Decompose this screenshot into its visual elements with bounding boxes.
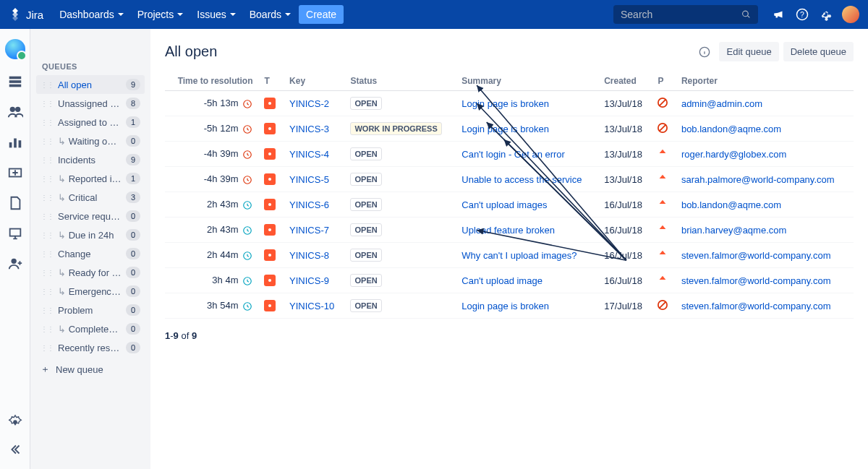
issue-key-link[interactable]: YINICS-4: [289, 149, 329, 160]
issue-key-link[interactable]: YINICS-10: [289, 301, 334, 311]
summary-link[interactable]: Can't login - Get an error: [461, 149, 565, 160]
search-box[interactable]: [613, 5, 758, 24]
drag-handle-icon[interactable]: ⋮⋮: [41, 100, 54, 108]
drag-handle-icon[interactable]: ⋮⋮: [41, 156, 54, 164]
summary-link[interactable]: Why can't I upload images?: [461, 250, 576, 261]
table-row[interactable]: -5h 13mYINICS-2OPENLogin page is broken1…: [165, 91, 854, 116]
drag-handle-icon[interactable]: ⋮⋮: [41, 344, 54, 352]
help-icon[interactable]: ?: [796, 8, 809, 21]
queue-ready-for-implem-[interactable]: ⋮⋮Ready for implem...0: [36, 263, 145, 282]
settings-rail-icon[interactable]: [7, 414, 23, 430]
queue-recently-resolved[interactable]: ⋮⋮Recently resolved0: [36, 338, 145, 357]
table-row[interactable]: 3h 4mYINICS-9OPENCan't upload image16/Ju…: [165, 268, 854, 293]
nav-projects[interactable]: Projects: [132, 5, 190, 24]
delete-queue-button[interactable]: Delete queue: [783, 42, 854, 61]
table-row[interactable]: -4h 39mYINICS-5OPENUnable to access the …: [165, 167, 854, 192]
queue-unassigned-issues[interactable]: ⋮⋮Unassigned issues8: [36, 94, 145, 113]
drag-handle-icon[interactable]: ⋮⋮: [41, 194, 54, 202]
drag-handle-icon[interactable]: ⋮⋮: [41, 212, 54, 220]
project-avatar[interactable]: [5, 39, 25, 59]
queue-service-requests[interactable]: ⋮⋮Service requests0: [36, 207, 145, 225]
drag-handle-icon[interactable]: ⋮⋮: [41, 119, 54, 126]
nav-dashboards[interactable]: Dashboards: [54, 5, 130, 24]
table-row[interactable]: -4h 39mYINICS-4OPENCan't login - Get an …: [165, 142, 854, 167]
issue-key-link[interactable]: YINICS-3: [289, 124, 329, 134]
col-created[interactable]: Created: [598, 72, 652, 91]
search-input[interactable]: [621, 9, 741, 20]
col-p[interactable]: P: [652, 72, 675, 91]
col-time-to-resolution[interactable]: Time to resolution: [165, 72, 258, 91]
issue-key-link[interactable]: YINICS-9: [289, 275, 329, 286]
queue-reported-in-the-la-[interactable]: ⋮⋮Reported in the la...1: [36, 169, 145, 188]
table-row[interactable]: -5h 12mYINICS-3WORK IN PROGRESSLogin pag…: [165, 116, 854, 142]
summary-link[interactable]: Upload feature broken: [461, 225, 555, 236]
info-icon[interactable]: [699, 46, 710, 58]
drag-handle-icon[interactable]: ⋮⋮: [41, 306, 54, 314]
reporter-link[interactable]: roger.hardy@globex.com: [681, 149, 786, 160]
summary-link[interactable]: Can't upload images: [461, 199, 547, 210]
issue-key-link[interactable]: YINICS-2: [289, 98, 329, 109]
col-summary[interactable]: Summary: [456, 72, 598, 91]
col-key[interactable]: Key: [284, 72, 344, 91]
queue-incidents[interactable]: ⋮⋮Incidents9: [36, 150, 145, 169]
reporter-link[interactable]: steven.falmor@world-company.com: [681, 301, 831, 311]
queue-completed-last-3-[interactable]: ⋮⋮Completed last 3...0: [36, 319, 145, 338]
summary-link[interactable]: Can't upload image: [461, 275, 542, 286]
issue-key-link[interactable]: YINICS-6: [289, 199, 329, 210]
queue-problem[interactable]: ⋮⋮Problem0: [36, 301, 145, 319]
col-status[interactable]: Status: [344, 72, 456, 91]
reporter-link[interactable]: sarah.palmore@world-company.com: [681, 174, 835, 185]
gear-icon[interactable]: [819, 8, 832, 21]
issue-key-link[interactable]: YINICS-8: [289, 250, 329, 261]
invite-icon[interactable]: [7, 256, 23, 272]
queues-icon[interactable]: [7, 74, 23, 90]
drag-handle-icon[interactable]: ⋮⋮: [41, 250, 54, 258]
table-row[interactable]: 2h 43mYINICS-7OPENUpload feature broken1…: [165, 218, 854, 243]
collapse-icon[interactable]: [7, 442, 23, 457]
queue-emergency-change[interactable]: ⋮⋮Emergency change0: [36, 282, 145, 301]
table-row[interactable]: 2h 43mYINICS-6OPENCan't upload images16/…: [165, 192, 854, 218]
table-row[interactable]: 2h 44mYINICS-8OPENWhy can't I upload ima…: [165, 243, 854, 268]
queue-assigned-to-me[interactable]: ⋮⋮Assigned to me1: [36, 113, 145, 132]
nav-issues[interactable]: Issues: [191, 5, 242, 24]
summary-link[interactable]: Login page is broken: [461, 124, 549, 134]
drag-handle-icon[interactable]: ⋮⋮: [41, 175, 54, 183]
queue-waiting-on-me[interactable]: ⋮⋮Waiting on me0: [36, 132, 145, 150]
reporter-link[interactable]: brian.harvey@aqme.com: [681, 225, 786, 236]
queue-due-in-24h[interactable]: ⋮⋮Due in 24h0: [36, 225, 145, 244]
reporter-link[interactable]: bob.landon@aqme.com: [681, 124, 781, 134]
user-avatar[interactable]: [842, 6, 859, 23]
reporter-link[interactable]: admin@admin.com: [681, 98, 762, 109]
drag-handle-icon[interactable]: ⋮⋮: [41, 137, 54, 145]
raise-request-icon[interactable]: [7, 165, 23, 181]
megaphone-icon[interactable]: [773, 8, 786, 21]
reports-icon[interactable]: [7, 134, 23, 150]
edit-queue-button[interactable]: Edit queue: [719, 42, 778, 61]
drag-handle-icon[interactable]: ⋮⋮: [41, 269, 54, 277]
new-queue[interactable]: ＋ New queue: [36, 357, 145, 382]
nav-boards[interactable]: Boards: [244, 5, 297, 24]
queue-all-open[interactable]: ⋮⋮All open9: [36, 75, 145, 94]
channels-icon[interactable]: [7, 225, 23, 241]
queue-critical[interactable]: ⋮⋮Critical3: [36, 188, 145, 207]
summary-link[interactable]: Unable to access the service: [461, 174, 582, 185]
summary-link[interactable]: Login page is broken: [461, 301, 549, 311]
reporter-link[interactable]: steven.falmor@world-company.com: [681, 275, 831, 286]
table-row[interactable]: 3h 54mYINICS-10OPENLogin page is broken1…: [165, 293, 854, 319]
create-button[interactable]: Create: [299, 5, 344, 24]
drag-handle-icon[interactable]: ⋮⋮: [41, 325, 54, 333]
issue-key-link[interactable]: YINICS-5: [289, 174, 329, 185]
queue-change[interactable]: ⋮⋮Change0: [36, 244, 145, 263]
col-reporter[interactable]: Reporter: [676, 72, 854, 91]
issue-key-link[interactable]: YINICS-7: [289, 225, 329, 236]
reporter-link[interactable]: bob.landon@aqme.com: [681, 199, 781, 210]
kb-icon[interactable]: [7, 195, 23, 211]
summary-link[interactable]: Login page is broken: [461, 98, 549, 109]
customers-icon[interactable]: [7, 104, 23, 120]
drag-handle-icon[interactable]: ⋮⋮: [41, 231, 54, 239]
reporter-link[interactable]: steven.falmor@world-company.com: [681, 250, 831, 261]
jira-logo[interactable]: Jira: [9, 8, 43, 21]
col-t[interactable]: T: [258, 72, 284, 91]
drag-handle-icon[interactable]: ⋮⋮: [41, 288, 54, 296]
drag-handle-icon[interactable]: ⋮⋮: [41, 81, 54, 89]
